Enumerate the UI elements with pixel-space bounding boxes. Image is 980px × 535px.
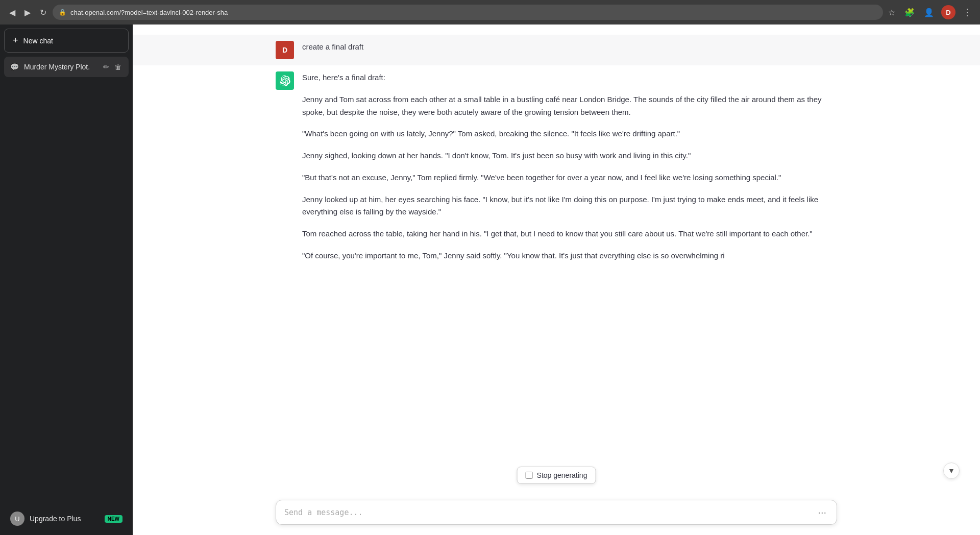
ai-message-content: Sure, here's a final draft: Jenny and To… <box>302 71 837 262</box>
ai-message-row: Sure, here's a final draft: Jenny and To… <box>133 65 980 269</box>
ai-intro: Sure, here's a final draft: <box>302 73 385 82</box>
upgrade-label: Upgrade to Plus <box>30 515 81 523</box>
lock-icon: 🔒 <box>59 9 66 16</box>
chat-area: D create a final draft Sure, here's a fi… <box>133 25 980 535</box>
new-badge: NEW <box>105 515 122 523</box>
user-avatar-browser[interactable]: D <box>941 5 955 19</box>
plus-icon: + <box>13 35 18 46</box>
user-avatar-sidebar: U <box>10 512 24 526</box>
paragraph-1: Jenny and Tom sat across from each other… <box>302 93 837 119</box>
stop-label: Stop generating <box>537 471 587 479</box>
paragraph-3: Jenny sighed, looking down at her hands.… <box>302 150 837 162</box>
input-box: ··· <box>276 500 837 525</box>
forward-button[interactable]: ▶ <box>21 6 34 19</box>
message-input[interactable] <box>284 508 816 517</box>
delete-chat-button[interactable]: 🗑 <box>113 62 122 72</box>
input-area: ··· <box>133 492 980 535</box>
stop-generating-button[interactable]: Stop generating <box>517 467 596 484</box>
new-chat-button[interactable]: + New chat <box>4 29 129 53</box>
address-bar[interactable]: 🔒 chat.openai.com/?model=text-davinci-00… <box>53 5 883 20</box>
chat-main: D create a final draft Sure, here's a fi… <box>133 25 980 535</box>
upgrade-to-plus-button[interactable]: U Upgrade to Plus NEW <box>4 506 129 531</box>
paragraph-4: "But that's not an excuse, Jenny," Tom r… <box>302 172 837 184</box>
chat-item-label: Murder Mystery Plot. <box>24 63 97 71</box>
sidebar: + New chat 💬 Murder Mystery Plot. ✏ 🗑 U … <box>0 25 133 535</box>
back-button[interactable]: ◀ <box>6 6 18 19</box>
chat-history-item[interactable]: 💬 Murder Mystery Plot. ✏ 🗑 <box>4 57 129 77</box>
bookmark-star-button[interactable]: ☆ <box>886 6 897 19</box>
user-avatar: D <box>276 41 294 59</box>
new-chat-label: New chat <box>23 37 53 45</box>
ai-avatar <box>276 71 294 90</box>
chevron-down-icon: ▼ <box>948 467 955 475</box>
scroll-bottom-button[interactable]: ▼ <box>943 463 960 479</box>
paragraph-7: "Of course, you're important to me, Tom,… <box>302 250 837 262</box>
paragraph-6: Tom reached across the table, taking her… <box>302 228 837 240</box>
url-text: chat.openai.com/?model=text-davinci-002-… <box>70 9 228 16</box>
chat-icon: 💬 <box>10 63 19 71</box>
input-more-button[interactable]: ··· <box>816 506 828 518</box>
browser-menu-button[interactable]: ⋮ <box>961 5 974 20</box>
edit-chat-button[interactable]: ✏ <box>102 62 110 72</box>
user-message-content: create a final draft <box>302 41 837 54</box>
user-message-row: D create a final draft <box>133 35 980 65</box>
profile-icon-button[interactable]: 👤 <box>922 6 936 19</box>
paragraph-5: Jenny looked up at him, her eyes searchi… <box>302 193 837 219</box>
stop-checkbox-icon <box>526 472 533 479</box>
reload-button[interactable]: ↻ <box>37 6 50 19</box>
stop-generating-container: Stop generating <box>517 467 596 484</box>
extension-button[interactable]: 🧩 <box>902 6 917 19</box>
paragraph-2: "What's been going on with us lately, Je… <box>302 128 837 140</box>
